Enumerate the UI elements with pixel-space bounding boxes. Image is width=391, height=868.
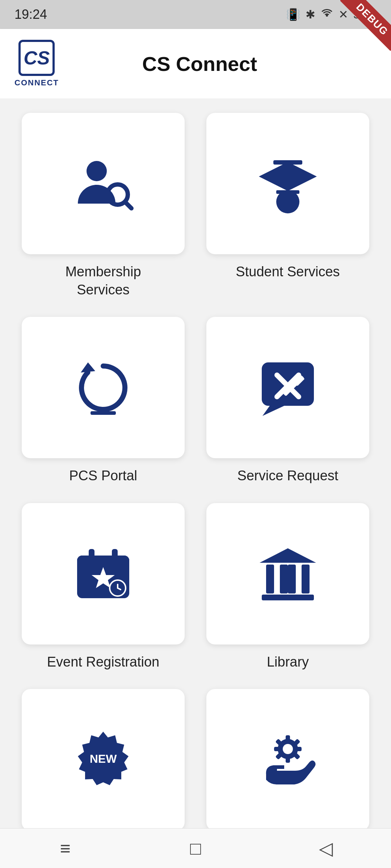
- menu-card-service-request[interactable]: [206, 317, 369, 458]
- menu-nav-icon: ≡: [60, 838, 70, 859]
- menu-grid: MembershipServices S: [22, 113, 369, 839]
- menu-item-event-registration[interactable]: Event Registration: [22, 503, 185, 671]
- main-content: MembershipServices S: [0, 98, 391, 854]
- menu-card-library[interactable]: [206, 503, 369, 644]
- app-header: CS CONNECT CS Connect: [0, 29, 391, 98]
- back-nav-icon: ◁: [319, 838, 333, 859]
- person-search-icon: [71, 151, 136, 216]
- svg-rect-28: [302, 565, 310, 593]
- menu-card-student-services[interactable]: [206, 113, 369, 254]
- menu-item-hand-gear[interactable]: [206, 689, 369, 839]
- nav-bar: ≡ □ ◁: [0, 828, 391, 868]
- svg-rect-36: [286, 756, 290, 763]
- nav-menu-button[interactable]: ≡: [43, 834, 87, 863]
- svg-marker-11: [262, 406, 284, 416]
- menu-card-new[interactable]: NEW: [22, 689, 185, 830]
- menu-card-hand-gear[interactable]: [206, 689, 369, 830]
- graduation-icon: [255, 151, 320, 216]
- spinner-target-icon: [71, 355, 136, 420]
- menu-label-student-services: Student Services: [236, 263, 340, 281]
- svg-rect-4: [273, 160, 302, 165]
- svg-rect-27: [288, 565, 296, 593]
- logo-box: CS: [18, 40, 55, 76]
- new-badge-icon: NEW: [71, 727, 136, 792]
- menu-item-student-services[interactable]: Student Services: [206, 113, 369, 299]
- menu-item-membership-services[interactable]: MembershipServices: [22, 113, 185, 299]
- svg-rect-37: [274, 747, 281, 751]
- svg-rect-9: [91, 411, 116, 415]
- menu-label-pcs-portal: PCS Portal: [69, 467, 137, 485]
- svg-rect-25: [266, 565, 274, 593]
- menu-label-library: Library: [267, 653, 309, 671]
- svg-point-34: [283, 744, 293, 754]
- menu-card-membership-services[interactable]: [22, 113, 185, 254]
- logo-subtext: CONNECT: [14, 78, 59, 88]
- svg-rect-29: [262, 595, 314, 600]
- status-time: 19:24: [14, 7, 47, 22]
- svg-rect-38: [295, 747, 302, 751]
- menu-item-pcs-portal[interactable]: PCS Portal: [22, 317, 185, 485]
- chat-wrench-icon: [255, 355, 320, 420]
- home-nav-icon: □: [190, 838, 201, 859]
- logo-container: CS CONNECT: [14, 40, 59, 88]
- menu-label-membership-services: MembershipServices: [65, 263, 141, 299]
- svg-marker-7: [81, 362, 95, 373]
- debug-label: DEBUG: [340, 0, 391, 51]
- menu-card-event-registration[interactable]: [22, 503, 185, 644]
- svg-marker-3: [259, 162, 317, 191]
- svg-rect-19: [112, 549, 118, 562]
- menu-card-pcs-portal[interactable]: [22, 317, 185, 458]
- menu-label-event-registration: Event Registration: [47, 653, 160, 671]
- menu-item-new[interactable]: NEW: [22, 689, 185, 839]
- hand-gear-icon: [255, 727, 320, 792]
- nav-home-button[interactable]: □: [174, 834, 217, 863]
- menu-item-library[interactable]: Library: [206, 503, 369, 671]
- svg-text:NEW: NEW: [90, 752, 117, 765]
- wifi-icon: [320, 7, 333, 22]
- bluetooth-icon: ✱: [306, 8, 315, 21]
- svg-point-0: [87, 161, 107, 181]
- calendar-star-icon: [71, 541, 136, 606]
- svg-rect-35: [286, 735, 290, 742]
- debug-ribbon: DEBUG: [340, 0, 391, 51]
- svg-rect-26: [280, 565, 288, 593]
- page-title: CS Connect: [70, 52, 377, 76]
- menu-item-service-request[interactable]: Service Request: [206, 317, 369, 485]
- status-bar: 19:24 📳 ✱ ✕ 31%: [0, 0, 391, 29]
- logo-letters: CS: [24, 48, 50, 67]
- menu-label-service-request: Service Request: [237, 467, 339, 485]
- vibrate-icon: 📳: [286, 8, 300, 21]
- bank-icon: [255, 541, 320, 606]
- svg-point-30: [284, 553, 291, 560]
- svg-rect-6: [276, 190, 299, 194]
- nav-back-button[interactable]: ◁: [304, 834, 348, 863]
- svg-rect-18: [89, 549, 94, 562]
- svg-line-2: [125, 202, 131, 208]
